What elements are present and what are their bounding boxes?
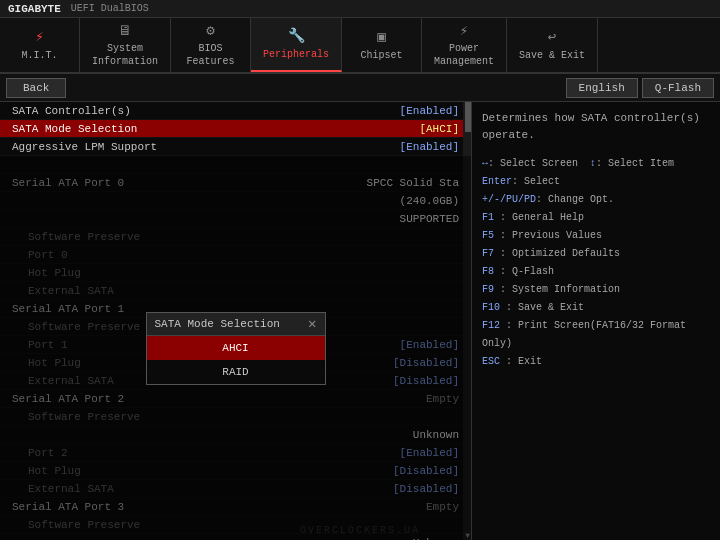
tab-chipset[interactable]: ▣ Chipset <box>342 18 422 72</box>
f9-key: F9 <box>482 284 494 295</box>
key-hint-esc: ESC : Exit <box>482 353 710 371</box>
peripherals-icon: 🔧 <box>288 27 305 45</box>
sysinfo-icon: 🖥 <box>118 22 132 40</box>
key-hints: ↔: Select Screen ↕: Select Item Enter: S… <box>482 155 710 371</box>
chipset-icon: ▣ <box>377 28 385 46</box>
aggressive-lpm-value: [Enabled] <box>400 141 459 153</box>
raid-label: RAID <box>222 366 248 378</box>
modal-title: SATA Mode Selection <box>155 318 280 330</box>
key-hint-f8: F8 : Q-Flash <box>482 263 710 281</box>
key-hint-navigate: ↔: Select Screen ↕: Select Item <box>482 155 710 173</box>
navigate-key: ↔ <box>482 158 488 169</box>
nav-tabs: ⚡ M.I.T. 🖥 SystemInformation ⚙ BIOSFeatu… <box>0 18 720 74</box>
modal-title-bar: SATA Mode Selection ✕ <box>147 313 325 336</box>
aggressive-lpm-label: Aggressive LPM Support <box>12 141 157 153</box>
f7-key: F7 <box>482 248 494 259</box>
sata-mode-modal: SATA Mode Selection ✕ AHCI RAID <box>146 312 326 385</box>
tab-peripherals[interactable]: 🔧 Peripherals <box>251 18 342 72</box>
tab-sysinfo-label: SystemInformation <box>92 42 158 68</box>
key-hint-change: +/-/PU/PD: Change Opt. <box>482 191 710 209</box>
tab-bios-label: BIOSFeatures <box>187 42 235 68</box>
tab-save-exit[interactable]: ↩ Save & Exit <box>507 18 598 72</box>
tab-power-label: PowerManagement <box>434 42 494 68</box>
change-key: +/-/PU/PD <box>482 194 536 205</box>
key-hint-enter: Enter: Select <box>482 173 710 191</box>
tab-mit[interactable]: ⚡ M.I.T. <box>0 18 80 72</box>
modal-option-ahci[interactable]: AHCI <box>147 336 325 360</box>
save-icon: ↩ <box>548 28 556 46</box>
tab-mit-label: M.I.T. <box>21 49 57 62</box>
bios-icon: ⚙ <box>206 22 214 40</box>
top-bar: GIGABYTE UEFI DualBIOS <box>0 0 720 18</box>
mit-icon: ⚡ <box>35 28 43 46</box>
menu-item-sata-controllers[interactable]: SATA Controller(s) [Enabled] <box>0 102 471 120</box>
sata-controllers-label: SATA Controller(s) <box>12 105 131 117</box>
key-hint-f9: F9 : System Information <box>482 281 710 299</box>
scroll-thumb[interactable] <box>465 102 471 132</box>
f10-key: F10 <box>482 302 500 313</box>
tab-power-management[interactable]: ⚡ PowerManagement <box>422 18 507 72</box>
tab-peripherals-label: Peripherals <box>263 48 329 61</box>
tab-chipset-label: Chipset <box>361 49 403 62</box>
item-key: ↕ <box>590 158 596 169</box>
key-hint-f1: F1 : General Help <box>482 209 710 227</box>
back-button[interactable]: Back <box>6 78 66 98</box>
language-button[interactable]: English <box>566 78 638 98</box>
sata-mode-label: SATA Mode Selection <box>12 123 137 135</box>
qflash-button[interactable]: Q-Flash <box>642 78 714 98</box>
f8-key: F8 <box>482 266 494 277</box>
tab-bios-features[interactable]: ⚙ BIOSFeatures <box>171 18 251 72</box>
toolbar: Back English Q-Flash <box>0 74 720 102</box>
key-hint-f7: F7 : Optimized Defaults <box>482 245 710 263</box>
ahci-label: AHCI <box>222 342 248 354</box>
brand-name: GIGABYTE <box>8 3 61 15</box>
sata-mode-value: [AHCI] <box>419 123 459 135</box>
brand-subtitle: UEFI DualBIOS <box>71 3 149 14</box>
left-panel: SATA Controller(s) [Enabled] SATA Mode S… <box>0 102 472 540</box>
key-hint-f5: F5 : Previous Values <box>482 227 710 245</box>
menu-item-aggressive-lpm[interactable]: Aggressive LPM Support [Enabled] <box>0 138 471 156</box>
sata-controllers-value: [Enabled] <box>400 105 459 117</box>
f5-key: F5 <box>482 230 494 241</box>
modal-close-button[interactable]: ✕ <box>308 317 316 331</box>
right-panel: Determines how SATA controller(s) operat… <box>472 102 720 540</box>
main-content: SATA Controller(s) [Enabled] SATA Mode S… <box>0 102 720 540</box>
help-text: Determines how SATA controller(s) operat… <box>482 110 710 143</box>
tab-save-label: Save & Exit <box>519 49 585 62</box>
enter-key: Enter <box>482 176 512 187</box>
modal-overlay: SATA Mode Selection ✕ AHCI RAID <box>0 156 471 540</box>
esc-key: ESC <box>482 356 500 367</box>
tab-system-information[interactable]: 🖥 SystemInformation <box>80 18 171 72</box>
f12-key: F12 <box>482 320 500 331</box>
key-hint-f12: F12 : Print Screen(FAT16/32 Format Only) <box>482 317 710 353</box>
key-hint-f10: F10 : Save & Exit <box>482 299 710 317</box>
power-icon: ⚡ <box>460 22 468 40</box>
modal-option-raid[interactable]: RAID <box>147 360 325 384</box>
f1-key: F1 <box>482 212 494 223</box>
menu-item-sata-mode[interactable]: SATA Mode Selection [AHCI] <box>0 120 471 138</box>
